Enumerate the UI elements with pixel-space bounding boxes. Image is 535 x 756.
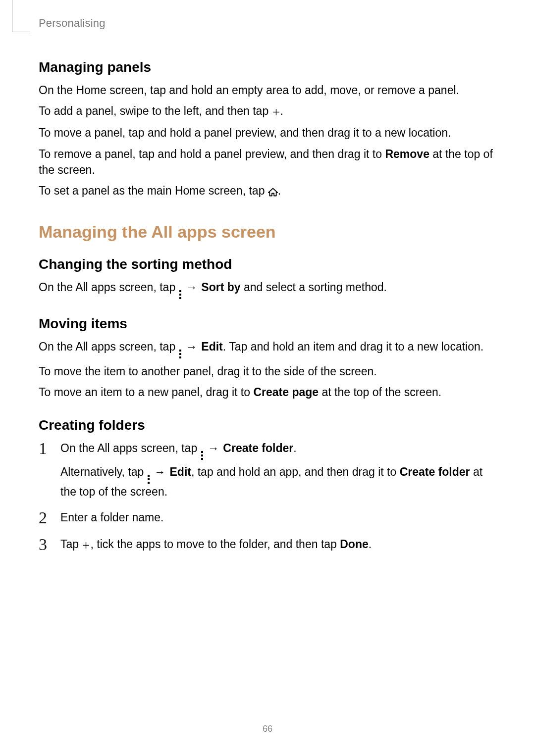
step-number: 2 bbox=[39, 509, 52, 526]
text: . Tap and hold an item and drag it to a … bbox=[223, 340, 483, 353]
text: and select a sorting method. bbox=[241, 281, 387, 294]
paragraph: Alternatively, tap → Edit, tap and hold … bbox=[60, 464, 496, 500]
text: . bbox=[278, 184, 281, 197]
more-icon bbox=[179, 290, 182, 299]
plus-icon bbox=[272, 104, 280, 120]
text: . bbox=[293, 442, 296, 454]
list-item: 2 Enter a folder name. bbox=[39, 509, 496, 526]
major-heading: Managing the All apps screen bbox=[39, 222, 496, 242]
text: , tick the apps to move to the folder, a… bbox=[90, 538, 340, 551]
text: To add a panel, swipe to the left, and t… bbox=[39, 104, 272, 117]
paragraph: To move the item to another panel, drag … bbox=[39, 363, 496, 379]
step-text: Enter a folder name. bbox=[60, 509, 163, 526]
more-icon bbox=[147, 475, 150, 484]
text: . bbox=[280, 104, 283, 117]
bold-text: Done bbox=[340, 538, 369, 551]
step-number: 1 bbox=[39, 440, 52, 500]
text: To set a panel as the main Home screen, … bbox=[39, 184, 268, 197]
arrow-text: → bbox=[182, 281, 202, 294]
more-icon bbox=[201, 451, 204, 460]
text: , tap and hold an app, and then drag it … bbox=[191, 465, 400, 478]
home-icon bbox=[268, 184, 278, 200]
paragraph: Enter a folder name. bbox=[60, 509, 163, 525]
section-title: Creating folders bbox=[39, 417, 496, 433]
bold-text: Create folder bbox=[223, 442, 293, 454]
section-sorting-method: Changing the sorting method On the All a… bbox=[39, 256, 496, 299]
text: . bbox=[369, 538, 372, 551]
bold-text: Edit bbox=[201, 340, 222, 353]
paragraph: On the All apps screen, tap → Edit. Tap … bbox=[39, 339, 496, 358]
bold-text: Edit bbox=[170, 465, 191, 478]
header-corner-decoration bbox=[12, 0, 30, 32]
section-title: Managing panels bbox=[39, 59, 496, 75]
page-number: 66 bbox=[0, 724, 535, 734]
section-moving-items: Moving items On the All apps screen, tap… bbox=[39, 316, 496, 400]
paragraph: On the All apps screen, tap → Sort by an… bbox=[39, 279, 496, 299]
plus-icon bbox=[82, 537, 90, 553]
section-title: Changing the sorting method bbox=[39, 256, 496, 272]
step-text: On the All apps screen, tap → Create fol… bbox=[60, 440, 496, 500]
breadcrumb: Personalising bbox=[39, 17, 496, 30]
text: Alternatively, tap bbox=[60, 465, 147, 478]
paragraph: Tap , tick the apps to move to the folde… bbox=[60, 536, 372, 553]
bold-text: Sort by bbox=[201, 281, 240, 294]
bold-text: Create folder bbox=[400, 465, 470, 478]
paragraph: To move an item to a new panel, drag it … bbox=[39, 384, 496, 400]
numbered-list: 1 On the All apps screen, tap → Create f… bbox=[39, 440, 496, 553]
step-number: 3 bbox=[39, 536, 52, 553]
section-managing-panels: Managing panels On the Home screen, tap … bbox=[39, 59, 496, 200]
arrow-text: → bbox=[150, 465, 170, 478]
section-creating-folders: Creating folders 1 On the All apps scree… bbox=[39, 417, 496, 553]
paragraph: To remove a panel, tap and hold a panel … bbox=[39, 146, 496, 178]
text: On the All apps screen, tap bbox=[60, 442, 201, 454]
step-text: Tap , tick the apps to move to the folde… bbox=[60, 536, 372, 553]
header: Personalising bbox=[39, 17, 496, 30]
section-title: Moving items bbox=[39, 316, 496, 332]
paragraph: On the Home screen, tap and hold an empt… bbox=[39, 82, 496, 98]
paragraph: On the All apps screen, tap → Create fol… bbox=[60, 440, 496, 460]
text: On the All apps screen, tap bbox=[39, 281, 179, 294]
text: at the top of the screen. bbox=[319, 386, 441, 399]
bold-text: Create page bbox=[253, 386, 319, 399]
paragraph: To set a panel as the main Home screen, … bbox=[39, 183, 496, 200]
list-item: 1 On the All apps screen, tap → Create f… bbox=[39, 440, 496, 500]
text: Tap bbox=[60, 538, 82, 551]
list-item: 3 Tap , tick the apps to move to the fol… bbox=[39, 536, 496, 553]
paragraph: To add a panel, swipe to the left, and t… bbox=[39, 103, 496, 120]
page: Personalising Managing panels On the Hom… bbox=[0, 0, 535, 756]
text: To move an item to a new panel, drag it … bbox=[39, 386, 253, 399]
bold-text: Remove bbox=[385, 148, 429, 160]
text: To remove a panel, tap and hold a panel … bbox=[39, 148, 385, 160]
text: On the All apps screen, tap bbox=[39, 340, 179, 353]
more-icon bbox=[179, 350, 182, 358]
arrow-text: → bbox=[182, 340, 202, 353]
paragraph: To move a panel, tap and hold a panel pr… bbox=[39, 125, 496, 141]
arrow-text: → bbox=[204, 442, 223, 454]
